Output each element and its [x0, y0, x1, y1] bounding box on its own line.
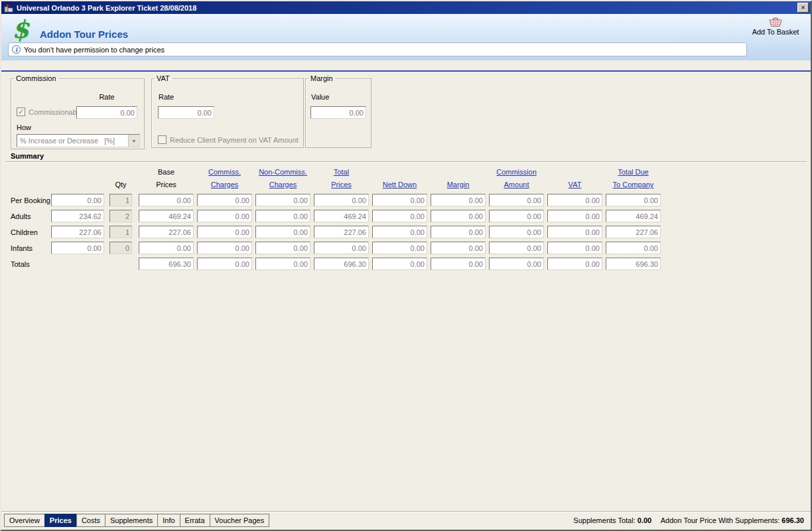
basket-icon: [768, 16, 783, 27]
summary-cell-input[interactable]: [314, 210, 369, 222]
summary-cell-input[interactable]: [255, 242, 310, 254]
summary-cell-input[interactable]: [372, 258, 427, 270]
summary-cell-input[interactable]: [197, 258, 252, 270]
summary-cell-input[interactable]: [139, 194, 194, 206]
summary-cell-input[interactable]: [489, 210, 544, 222]
spacer: [51, 258, 104, 270]
price-input[interactable]: [51, 194, 104, 206]
column-header-charges[interactable]: Non-Commiss.Charges: [255, 166, 310, 191]
column-header-to-company[interactable]: Total DueTo Company: [606, 166, 661, 191]
tab-costs[interactable]: Costs: [76, 514, 105, 527]
commission-group-label: Commission: [14, 74, 58, 82]
summary-cell-input[interactable]: [255, 258, 310, 270]
price-input[interactable]: [51, 226, 104, 238]
column-header-nett-down[interactable]: Nett Down: [372, 166, 427, 191]
summary-cell-input[interactable]: [431, 194, 486, 206]
summary-cell-input[interactable]: [547, 258, 602, 270]
tab-supplements[interactable]: Supplements: [105, 514, 158, 527]
qty-input[interactable]: [109, 242, 132, 254]
column-header-prices[interactable]: TotalPrices: [314, 166, 369, 191]
summary-row-infants: Infants: [11, 242, 661, 254]
summary-cell-input[interactable]: [197, 210, 252, 222]
summary-cell-input[interactable]: [372, 210, 427, 222]
summary-cell-input[interactable]: [372, 226, 427, 238]
price-input[interactable]: [51, 242, 104, 254]
tab-voucher-pages[interactable]: Voucher Pages: [210, 514, 270, 527]
summary-cell-input[interactable]: [139, 226, 194, 238]
qty-input[interactable]: [109, 226, 132, 238]
tab-overview[interactable]: Overview: [4, 514, 45, 527]
commissionable-checkbox[interactable]: ✓: [17, 108, 25, 116]
qty-input[interactable]: [109, 210, 132, 222]
margin-group-label: Margin: [308, 74, 335, 82]
with-supplements-value: 696.30: [781, 516, 804, 524]
margin-value-label: Value: [311, 93, 329, 101]
column-header-vat[interactable]: VAT: [547, 166, 602, 191]
tab-info[interactable]: Info: [157, 514, 180, 527]
margin-value-input[interactable]: [310, 106, 366, 119]
summary-cell-input[interactable]: [197, 242, 252, 254]
summary-cell-input[interactable]: [431, 242, 486, 254]
summary-cell-input[interactable]: [431, 226, 486, 238]
summary-cell-input[interactable]: [489, 226, 544, 238]
summary-row-totals: Totals: [11, 258, 661, 270]
commission-group: Commission Rate ✓ Commissionable How % I…: [11, 74, 145, 149]
commission-rate-input[interactable]: [76, 106, 137, 119]
chevron-down-icon[interactable]: ▼: [128, 135, 139, 147]
summary-cell-input[interactable]: [372, 242, 427, 254]
summary-cell-input[interactable]: [314, 242, 369, 254]
column-header-charges[interactable]: Commiss.Charges: [197, 166, 252, 191]
summary-cell-input[interactable]: [606, 242, 661, 254]
summary-cell-input[interactable]: [606, 194, 661, 206]
summary-cell-input[interactable]: [489, 258, 544, 270]
supplements-total-label: Supplements Total:: [573, 516, 635, 524]
price-input[interactable]: [51, 210, 104, 222]
column-header-qty: Qty: [109, 166, 132, 191]
summary-cell-input[interactable]: [255, 194, 310, 206]
summary-cell-input[interactable]: [197, 226, 252, 238]
summary-cell-input[interactable]: [606, 258, 661, 270]
commission-how-select[interactable]: % Increase or Decrease [%] ▼: [17, 134, 140, 147]
summary-cell-input[interactable]: [255, 210, 310, 222]
commissionable-checkbox-row: ✓ Commissionable: [17, 108, 82, 116]
summary-cell-input[interactable]: [314, 226, 369, 238]
summary-cell-input[interactable]: [547, 194, 602, 206]
reduce-vat-checkbox[interactable]: [158, 135, 167, 144]
summary-cell-input[interactable]: [431, 210, 486, 222]
close-button[interactable]: ×: [797, 3, 809, 13]
row-label: Totals: [11, 260, 51, 268]
summary-cell-input[interactable]: [139, 210, 194, 222]
column-header-margin[interactable]: Margin: [431, 166, 486, 191]
column-header-prices: BasePrices: [139, 166, 194, 191]
qty-input[interactable]: [109, 194, 132, 206]
summary-cell-input[interactable]: [606, 210, 661, 222]
permission-notice-text: You don't have permission to change pric…: [24, 46, 165, 54]
row-label: Children: [11, 228, 51, 236]
summary-cell-input[interactable]: [314, 194, 369, 206]
summary-cell-input[interactable]: [547, 226, 602, 238]
column-header-amount[interactable]: CommissionAmount: [489, 166, 544, 191]
summary-row-per-booking: Per Booking: [11, 194, 661, 206]
summary-cell-input[interactable]: [489, 194, 544, 206]
summary-cell-input[interactable]: [489, 242, 544, 254]
reduce-vat-label: Reduce Client Payment on VAT Amount: [170, 136, 299, 144]
summary-cell-input[interactable]: [547, 210, 602, 222]
summary-cell-input[interactable]: [255, 226, 310, 238]
summary-cell-input[interactable]: [431, 258, 486, 270]
summary-cell-input[interactable]: [197, 194, 252, 206]
vat-group: VAT Rate Reduce Client Payment on VAT Am…: [151, 74, 304, 148]
summary-cell-input[interactable]: [372, 194, 427, 206]
spacer: [109, 258, 132, 270]
tab-errata[interactable]: Errata: [180, 514, 210, 527]
summary-cell-input[interactable]: [139, 242, 194, 254]
summary-heading: Summary: [11, 152, 44, 160]
tab-prices[interactable]: Prices: [44, 514, 77, 527]
summary-row-adults: Adults: [11, 210, 661, 222]
vat-rate-input[interactable]: [158, 106, 214, 119]
summary-cell-input[interactable]: [139, 258, 194, 270]
summary-cell-input[interactable]: [547, 242, 602, 254]
row-label: Infants: [11, 244, 51, 252]
summary-cell-input[interactable]: [314, 258, 369, 270]
add-to-basket-button[interactable]: Add To Basket: [747, 16, 804, 36]
summary-cell-input[interactable]: [606, 226, 661, 238]
